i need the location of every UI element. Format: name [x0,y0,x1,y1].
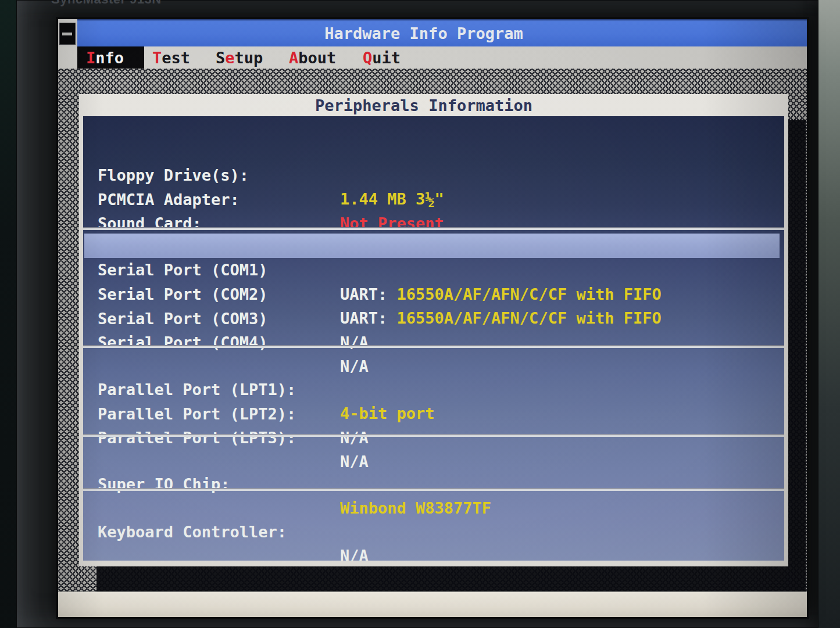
menu-item-test[interactable]: Test [152,46,190,69]
row-value: Not Present [340,211,444,235]
dialog-title: Peripherals Information [83,96,784,116]
row-label: Super IO Chip: [98,472,230,496]
peripherals-dialog: Peripherals Information Floppy Drive(s):… [79,94,788,566]
serial-com2-row[interactable]: Serial Port (COM2) UART: 16550A/AF/AFN/C… [83,259,784,282]
minimize-dash-icon [62,33,72,35]
row-label: Serial Port (COM4) [98,331,268,354]
row-value: N/A [340,426,369,450]
menu-item-about[interactable]: About [289,46,336,69]
parallel-lpt3-row[interactable]: Parallel Port (LPT3): N/A [83,402,784,426]
serial-com3-row[interactable]: Serial Port (COM3) N/A [83,283,784,307]
row-label: Sound Card: [98,211,202,235]
parallel-lpt1-row[interactable]: Parallel Port (LPT1): 4-bit port [83,354,784,378]
row-value: N/A [340,331,369,354]
parallel-lpt2-row[interactable]: Parallel Port (LPT2): N/A [83,378,784,402]
menu-item-setup[interactable]: Setup [216,46,263,69]
titlebar: Hardware Info Program [58,19,807,46]
desktop-pattern: Peripherals Information Floppy Drive(s):… [58,69,807,591]
sound-card-row[interactable]: Sound Card: Creative Labs ViBRA16C Plug-… [83,188,784,211]
system-menu-cell [58,19,77,46]
row-label: Keyboard Controller: [98,520,287,544]
photo-frame: SyncMaster 913N Hardware Info Program In… [0,0,840,628]
super-io-chip-row[interactable]: Super IO Chip: Winbond W83877TF [83,448,784,472]
status-bar [58,591,807,617]
row-value: N/A [340,544,369,561]
crt-screen: Hardware Info Program Info Test Setup Ab… [58,19,807,617]
system-menu-button[interactable] [59,23,76,45]
monitor-brand-label: SyncMaster 913N [51,0,162,9]
serial-com1-row[interactable]: Serial Port (COM1) UART: 16550A/AF/AFN/C… [84,234,780,258]
window-title: Hardware Info Program [58,19,789,46]
menu-item-info[interactable]: Info [77,46,144,69]
section-divider [83,488,784,491]
section-divider [83,434,784,437]
menu-bar: Info Test Setup About Quit [58,46,807,69]
dialog-body: Floppy Drive(s): 1.44 MB 3½" PCMCIA Adap… [83,116,784,561]
serial-com4-row[interactable]: Serial Port (COM4) N/A [83,307,784,331]
keyboard-controller-row[interactable]: Keyboard Controller: N/A [83,496,784,520]
section-divider [83,227,784,230]
pcmcia-adapter-row[interactable]: PCMCIA Adapter: Not Present [83,164,784,188]
section-divider [83,345,784,348]
floppy-drive-row[interactable]: Floppy Drive(s): 1.44 MB 3½" [83,139,784,163]
row-label: Parallel Port (LPT3): [98,426,296,450]
menu-item-quit[interactable]: Quit [363,46,401,69]
